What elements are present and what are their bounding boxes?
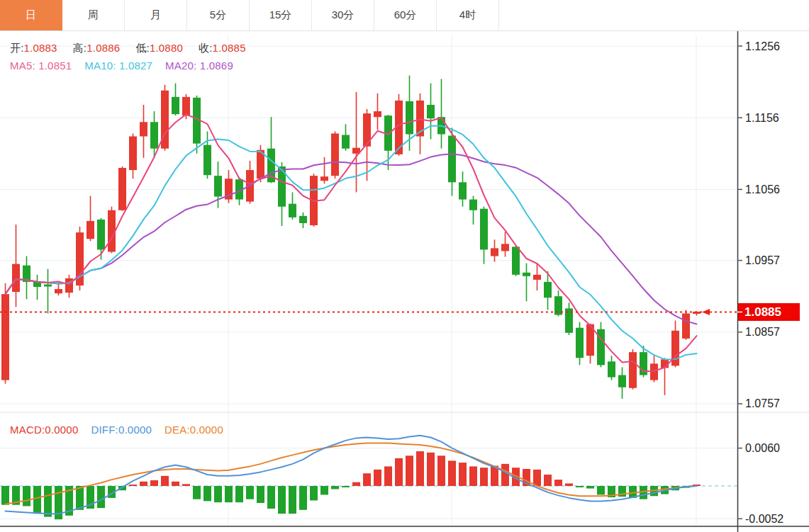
macd-bar [44, 486, 52, 517]
dea-label: DEA: [164, 424, 190, 436]
macd-axis: 0.0060-0.0052 [737, 442, 783, 525]
ma-readout: MA5: 1.0851MA10: 1.0827MA20: 1.0869 [10, 60, 233, 72]
candle-body [55, 289, 62, 293]
macd-bar [533, 470, 541, 486]
axis-tick-label: 1.0957 [745, 254, 780, 266]
macd-readout: MACD:0.0000DIFF:0.0000DEA:0.0000 [10, 424, 223, 436]
macd-bar [203, 486, 211, 501]
close-label: 收: [199, 42, 213, 54]
macd-bar [480, 468, 488, 486]
candle-body [182, 97, 190, 115]
candle-body [501, 244, 509, 251]
macd-bar [586, 486, 594, 489]
macd-bar [544, 475, 552, 486]
tab-4hour[interactable]: 4时 [437, 0, 499, 30]
macd-bar [129, 485, 137, 486]
macd-bar [576, 486, 584, 487]
candlestick-macd-chart: 1.12561.11561.10561.09571.08571.07570.00… [0, 0, 809, 532]
ma5-label: MA5: [10, 60, 35, 72]
tab-15min[interactable]: 15分 [250, 0, 312, 30]
candle-body [118, 168, 126, 210]
low-label: 低: [135, 42, 150, 54]
macd-bar [193, 486, 201, 499]
diff-label: DIFF: [91, 424, 118, 436]
tab-month[interactable]: 月 [125, 0, 187, 30]
macd-bar [140, 482, 147, 486]
axis-tick-label: 1.1156 [745, 112, 779, 124]
macd-bar [76, 486, 84, 510]
candle-body [150, 122, 158, 148]
macd-bar [469, 466, 477, 486]
candle-body [97, 220, 105, 250]
macd-bar [150, 480, 158, 486]
macd-bar [235, 486, 243, 502]
candle-body [214, 176, 222, 196]
candle-body [544, 282, 552, 298]
candle-body [320, 176, 328, 181]
macd-bar [246, 486, 254, 499]
candle-body [576, 328, 584, 358]
dea-value: 0.0000 [190, 424, 223, 436]
macd-histogram [1, 451, 701, 519]
tab-day[interactable]: 日 [0, 0, 62, 30]
macd-bar [363, 473, 371, 486]
macd-bar [395, 458, 403, 486]
low-value: 1.0880 [150, 42, 183, 54]
macd-bar [565, 483, 573, 486]
macd-bar [172, 482, 179, 486]
panel-borders [0, 31, 809, 532]
candlestick-series [1, 75, 701, 398]
candle-body [650, 363, 658, 380]
tab-60min[interactable]: 60分 [374, 0, 437, 30]
candle-body [629, 352, 637, 388]
macd-bar [554, 480, 562, 486]
candle-body [469, 200, 477, 210]
macd-bar [406, 455, 413, 486]
candle-body [203, 145, 211, 176]
axis-tick-label: 1.0857 [745, 326, 780, 338]
candle-body [448, 136, 456, 183]
macd-bar [374, 470, 381, 486]
macd-bar [214, 486, 222, 502]
candle-body [331, 133, 339, 176]
period-tabbar: 日 周 月 5分 15分 30分 60分 4时 [0, 0, 809, 31]
macd-bar [225, 486, 233, 502]
open-value: 1.0883 [24, 42, 57, 54]
price-tag-value: 1.0885 [744, 305, 781, 319]
axis-tick-label: 0.0060 [745, 442, 780, 454]
axis-tick-label: 1.0757 [745, 397, 780, 409]
macd-bar [310, 486, 318, 500]
ohlc-readout: 开:1.0883高:1.0886低:1.0880收:1.0885 [10, 42, 246, 55]
candle-body [299, 216, 307, 223]
ma10-value: 1.0827 [119, 60, 152, 72]
candle-body [342, 135, 350, 148]
high-value: 1.0886 [87, 42, 120, 54]
candle-body [129, 137, 137, 171]
macd-bar [352, 482, 360, 486]
candle-body [459, 182, 467, 199]
macd-bar [278, 486, 286, 514]
tab-30min[interactable]: 30分 [312, 0, 374, 30]
tab-week[interactable]: 周 [62, 0, 125, 30]
macd-bar [427, 453, 435, 486]
open-label: 开: [10, 42, 24, 54]
macd-bar [33, 486, 41, 514]
high-label: 高: [73, 42, 87, 54]
trading-chart-page: { "tabs": { "items": [ {"label": "日", "a… [0, 0, 809, 532]
candle-body [65, 278, 73, 293]
current-price-arrow [702, 309, 710, 315]
macd-bar [459, 463, 467, 486]
candle-body [374, 111, 381, 117]
candle-body [172, 97, 179, 114]
ma10-label: MA10: [84, 60, 116, 72]
close-value: 1.0885 [213, 42, 246, 54]
candle-body [480, 209, 488, 250]
candle-body [671, 331, 679, 366]
tab-5min[interactable]: 5分 [187, 0, 250, 30]
diff-value: 0.0000 [118, 424, 152, 436]
candle-body [1, 294, 9, 380]
ma20-label: MA20: [165, 60, 196, 72]
candle-body [44, 285, 52, 287]
macd-bar [501, 464, 509, 486]
ma5-value: 1.0851 [38, 60, 72, 72]
